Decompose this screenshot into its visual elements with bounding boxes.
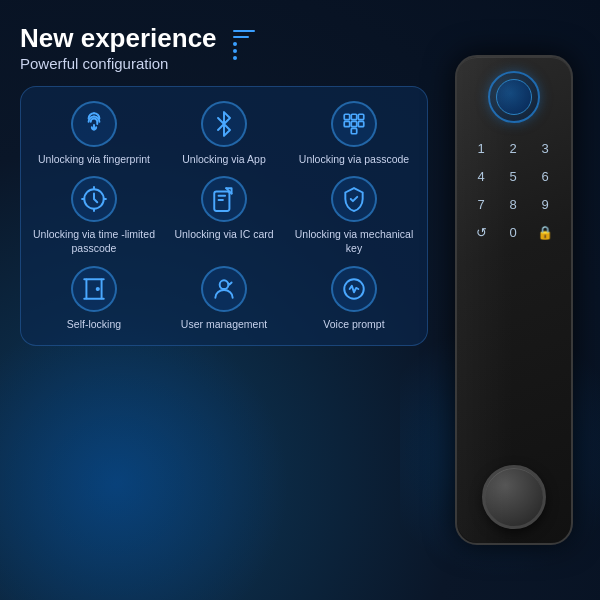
key-1[interactable]: 2 bbox=[501, 137, 525, 159]
user-management-icon bbox=[201, 266, 247, 312]
header: New experience Powerful configuration bbox=[20, 24, 428, 72]
feature-app: Unlocking via App bbox=[161, 101, 287, 167]
passcode-icon bbox=[331, 101, 377, 147]
menu-dot-2 bbox=[233, 49, 237, 53]
user-management-label: User management bbox=[181, 318, 267, 332]
menu-dot-1 bbox=[233, 42, 237, 46]
feature-user-management: User management bbox=[161, 266, 287, 332]
main-content: New experience Powerful configuration bbox=[0, 0, 600, 600]
mechanical-key-label: Unlocking via mechanical key bbox=[291, 228, 417, 255]
svg-point-11 bbox=[220, 280, 229, 289]
voice-prompt-label: Voice prompt bbox=[323, 318, 384, 332]
key-6[interactable]: 7 bbox=[469, 193, 493, 215]
ic-card-label: Unlocking via IC card bbox=[174, 228, 273, 242]
fingerprint-inner bbox=[496, 79, 532, 115]
svg-rect-3 bbox=[344, 121, 349, 126]
key-2[interactable]: 3 bbox=[533, 137, 557, 159]
svg-rect-6 bbox=[351, 128, 356, 133]
self-locking-icon bbox=[71, 266, 117, 312]
app-icon bbox=[201, 101, 247, 147]
svg-point-10 bbox=[97, 287, 99, 289]
right-panel: 123456789↺0🔒 bbox=[444, 24, 584, 576]
ic-card-icon bbox=[201, 176, 247, 222]
keypad: 123456789↺0🔒 bbox=[469, 137, 559, 243]
svg-rect-0 bbox=[344, 114, 349, 119]
key-11[interactable]: 🔒 bbox=[533, 221, 557, 243]
mechanical-key-icon bbox=[331, 176, 377, 222]
feature-passcode: Unlocking via passcode bbox=[291, 101, 417, 167]
svg-rect-5 bbox=[358, 121, 363, 126]
app-label: Unlocking via App bbox=[182, 153, 265, 167]
svg-point-12 bbox=[344, 279, 364, 299]
time-limited-icon bbox=[71, 176, 117, 222]
feature-ic-card: Unlocking via IC card bbox=[161, 176, 287, 255]
key-7[interactable]: 8 bbox=[501, 193, 525, 215]
feature-voice-prompt: Voice prompt bbox=[291, 266, 417, 332]
menu-line-1 bbox=[233, 30, 255, 32]
title-text: New experience Powerful configuration bbox=[20, 24, 217, 72]
subtitle: Powerful configuration bbox=[20, 55, 217, 72]
fingerprint-label: Unlocking via fingerprint bbox=[38, 153, 150, 167]
key-0[interactable]: 1 bbox=[469, 137, 493, 159]
left-panel: New experience Powerful configuration bbox=[20, 24, 428, 576]
menu-dot-3 bbox=[233, 56, 237, 60]
feature-fingerprint: Unlocking via fingerprint bbox=[31, 101, 157, 167]
key-8[interactable]: 9 bbox=[533, 193, 557, 215]
smart-lock-device: 123456789↺0🔒 bbox=[455, 55, 573, 545]
key-9[interactable]: ↺ bbox=[469, 221, 493, 243]
menu-dots-icon bbox=[233, 42, 255, 60]
fingerprint-icon bbox=[71, 101, 117, 147]
menu-line-2 bbox=[233, 36, 249, 38]
title-row: New experience Powerful configuration bbox=[20, 24, 428, 72]
menu-lines-icon bbox=[233, 30, 255, 38]
svg-rect-1 bbox=[351, 114, 356, 119]
self-locking-label: Self-locking bbox=[67, 318, 121, 332]
time-limited-label: Unlocking via time -limited passcode bbox=[31, 228, 157, 255]
voice-prompt-icon bbox=[331, 266, 377, 312]
main-title: New experience bbox=[20, 24, 217, 53]
fingerprint-sensor[interactable] bbox=[488, 71, 540, 123]
feature-mechanical-key: Unlocking via mechanical key bbox=[291, 176, 417, 255]
svg-rect-8 bbox=[214, 192, 229, 212]
feature-self-locking: Self-locking bbox=[31, 266, 157, 332]
passcode-label: Unlocking via passcode bbox=[299, 153, 409, 167]
features-grid: Unlocking via fingerprint Unlocking via … bbox=[20, 86, 428, 347]
feature-time-limited: Unlocking via time -limited passcode bbox=[31, 176, 157, 255]
key-4[interactable]: 5 bbox=[501, 165, 525, 187]
svg-rect-2 bbox=[358, 114, 363, 119]
dial-knob[interactable] bbox=[482, 465, 546, 529]
key-5[interactable]: 6 bbox=[533, 165, 557, 187]
svg-rect-4 bbox=[351, 121, 356, 126]
key-3[interactable]: 4 bbox=[469, 165, 493, 187]
key-10[interactable]: 0 bbox=[501, 221, 525, 243]
